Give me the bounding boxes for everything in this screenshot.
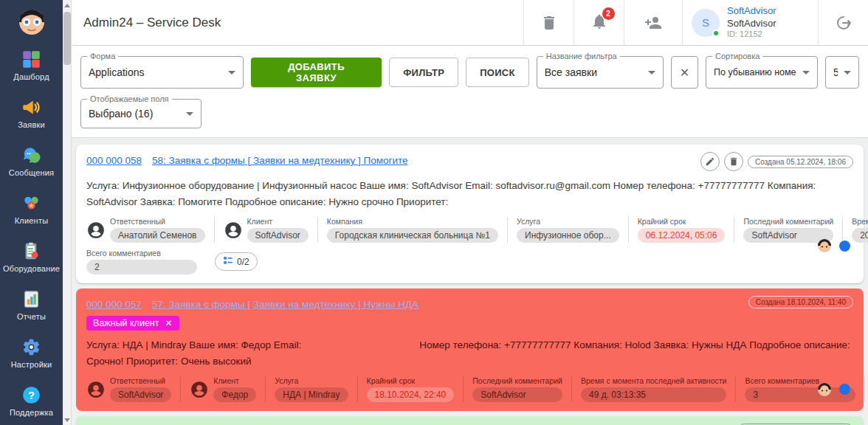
ticket-title-link[interactable]: 57: Заявка с формы [ Заявки на медтехник… (152, 299, 418, 310)
sort-select-label: Сортировка (712, 52, 762, 61)
trash-button[interactable] (523, 0, 574, 45)
page-title: Admin24 – Service Desk (72, 15, 523, 30)
field-group: ОтветственныйSoftAdvisor (86, 376, 180, 402)
watcher-avatar-icon (817, 382, 832, 397)
logout-button[interactable] (818, 0, 868, 45)
user-id: ID: 12152 (727, 30, 776, 40)
field-label: Ответственный (110, 217, 205, 226)
checklist-icon (223, 255, 233, 268)
sidebar-item-messages[interactable]: Сообщения (0, 137, 63, 185)
trash-icon (540, 14, 558, 32)
checklist-chip[interactable]: 0/2 (215, 252, 258, 271)
ticket-fields-row: ОтветственныйАнатолий СеменовКлиентSoftA… (86, 217, 808, 243)
sidebar-item-dashboard[interactable]: Дашборд (0, 41, 63, 89)
add-ticket-button[interactable]: ДОБАВИТЬ ЗАЯВКУ (251, 58, 382, 87)
sidebar-item-equipment[interactable]: Оборудование (0, 233, 63, 281)
form-select[interactable]: Форма Applications (80, 56, 244, 89)
ticket-card-top: 000 000 05858: Заявка с формы [ Заявки н… (86, 152, 853, 171)
toolbar-row-1: Форма Applications ДОБАВИТЬ ЗАЯВКУ ФИЛЬТ… (80, 56, 859, 89)
filter-name-value: Все заявки (545, 66, 642, 78)
ticket-card-bottom: ОтветственныйАнатолий СеменовКлиентSoftA… (86, 217, 853, 274)
field-label: Крайний срок (638, 217, 726, 226)
status-dot-icon (839, 241, 850, 252)
visible-fields-label: Отображаемые поля (87, 94, 172, 103)
field-value-chip: 06.12.2024, 05:06 (638, 228, 726, 243)
delete-ticket-button[interactable] (724, 152, 743, 171)
person-icon (86, 221, 106, 240)
sidebar-item-tickets[interactable]: Заявки (0, 89, 63, 137)
checklist-count: 0/2 (237, 257, 249, 267)
field-column: Крайний срок18.10.2024, 22:40 (367, 376, 455, 402)
scroll-up-button[interactable] (63, 0, 72, 10)
ticket-actions (700, 152, 743, 171)
field-label: Клиент (247, 217, 309, 226)
filter-button[interactable]: ФИЛЬТР (389, 58, 458, 87)
client-tag: Важный клиент✕ (86, 316, 179, 331)
notifications-button[interactable]: 2 (574, 0, 624, 45)
field-group: КлиентSoftAdvisor (214, 217, 317, 243)
visible-fields-value: Выбрано (16) (89, 108, 180, 120)
ticket-badges: Создана 05.12.2024, 18:06 (748, 156, 853, 168)
field-column: Всего комментариев2 (86, 249, 197, 274)
page-size-select[interactable]: 5 (825, 56, 859, 89)
status-dot-icon (839, 384, 850, 395)
sidebar-item-label: Дашборд (13, 72, 49, 81)
field-value-chip: 18.10.2024, 22:40 (367, 387, 455, 402)
ticket-number-link[interactable]: 000 000 057 (86, 299, 142, 310)
sort-select-value: По убыванию номера (714, 67, 796, 77)
dropdown-arrow-icon (802, 71, 810, 75)
field-group: Уровень приоритетаОчень высокий (864, 376, 868, 402)
visible-fields-select[interactable]: Отображаемые поля Выбрано (16) (80, 99, 202, 128)
ticket-indicators (808, 382, 853, 397)
field-value-chip: SoftAdvisor (247, 228, 309, 243)
notification-count-badge: 2 (602, 7, 615, 20)
field-column: УслугаНДА | Mindray (275, 376, 348, 402)
user-avatar: S (692, 9, 720, 37)
ticket-fields-row: ОтветственныйSoftAdvisorКлиентФедорУслуг… (86, 376, 808, 402)
dashboard-icon (21, 49, 41, 69)
field-label: Время с момента последней активности (581, 376, 726, 385)
sidebar: ДашбордЗаявкиСообщенияКлиентыОборудовани… (0, 0, 63, 425)
user-profile[interactable]: S SoftAdvisor SoftAdvisor ID: 12152 (682, 0, 818, 45)
field-label: Услуга (275, 376, 348, 385)
sidebar-item-reports[interactable]: Отчеты (0, 281, 63, 329)
ticket-description: Услуга: Инфузионное оборудование | Инфуз… (86, 178, 853, 210)
edit-ticket-button[interactable] (700, 152, 720, 171)
field-group: УслугаНДА | Mindray (265, 376, 356, 402)
field-value-chip: Федор (213, 387, 256, 402)
sidebar-item-clients[interactable]: Клиенты (0, 185, 63, 233)
search-button[interactable]: ПОИСК (466, 58, 529, 87)
filter-name-select[interactable]: Название фильтра Все заявки (537, 56, 664, 89)
field-column: КомпанияГородская клиническая больница №… (327, 217, 498, 243)
person-icon (190, 380, 209, 399)
sidebar-item-settings[interactable]: Настройки (0, 329, 63, 377)
ticket-number-link[interactable]: 000 000 058 (86, 155, 142, 166)
clear-filter-button[interactable]: ✕ (671, 56, 698, 89)
tag-close-icon[interactable]: ✕ (165, 318, 172, 328)
online-status-dot (712, 30, 720, 37)
add-user-button[interactable] (624, 0, 682, 45)
ticket-card: 000 000 05858: Заявка с формы [ Заявки н… (76, 145, 864, 283)
dropdown-arrow-icon (186, 112, 193, 116)
user-name: SoftAdvisor (727, 18, 776, 30)
scroll-up-icon (64, 4, 70, 7)
form-select-label: Форма (87, 52, 118, 61)
ticket-indicators (808, 238, 853, 253)
page-scrollbar[interactable] (63, 0, 72, 425)
field-value-chip: 49 д. 03:13:35 (581, 387, 726, 402)
workspace-avatar[interactable] (0, 0, 63, 41)
sidebar-item-label: Отчеты (17, 312, 46, 321)
scroll-down-button[interactable] (63, 415, 72, 425)
ticket-list: 000 000 05858: Заявка с формы [ Заявки н… (72, 138, 868, 425)
field-column: Крайний срок06.12.2024, 05:06 (638, 217, 726, 243)
field-value-chip: Городская клиническая больница №1 (327, 228, 498, 243)
clients-icon (21, 193, 41, 213)
field-group: Время с момента последней активности49 д… (571, 376, 735, 402)
sidebar-item-support[interactable]: ?Поддержка (0, 377, 63, 425)
sort-select[interactable]: Сортировка По убыванию номера (706, 56, 818, 89)
scrollbar-thumb[interactable] (63, 12, 71, 65)
ticket-card: 000 000 05656: Заявка с формы [ Заявки н… (76, 416, 864, 425)
ticket-title-link[interactable]: 58: Заявка с формы [ Заявки на медтехник… (152, 155, 407, 166)
user-profile-link[interactable]: SoftAdvisor (727, 5, 776, 17)
sidebar-menu: ДашбордЗаявкиСообщенияКлиентыОборудовани… (0, 41, 63, 425)
